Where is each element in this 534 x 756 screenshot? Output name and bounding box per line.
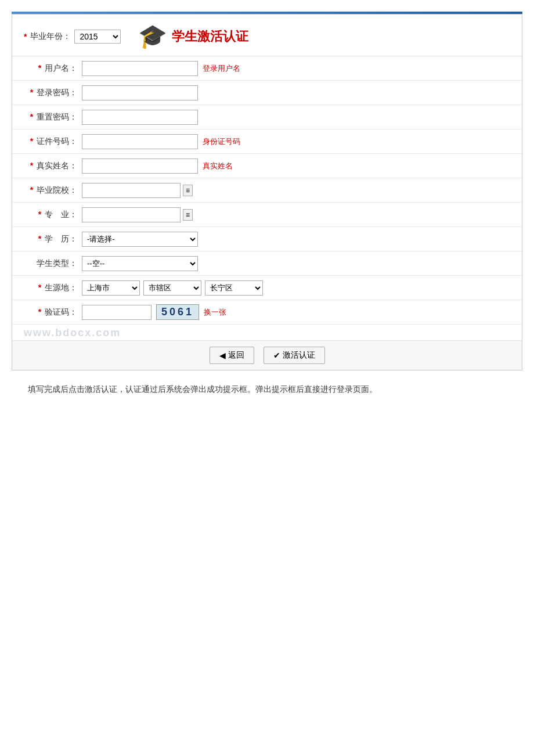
major-label: * 专 业： xyxy=(24,210,82,220)
form-footer: ◀ 返回 ✔ 激活认证 xyxy=(12,340,522,370)
id-number-input[interactable] xyxy=(82,134,198,149)
origin-row: * 生源地： 上海市 北京市 广东省 江西省 市辖区 长宁区 黄浦区 xyxy=(12,276,522,300)
form-header: * 毕业年份： 2013 2014 2015 2016 2017 🎓 学生激活认… xyxy=(12,15,522,56)
city-select[interactable]: 市辖区 xyxy=(143,280,201,296)
watermark-text: www.bdocx.com xyxy=(24,327,121,339)
form-body: * 用户名： 登录用户名 * 登录密码： * 重置密码： xyxy=(12,56,522,340)
activate-button[interactable]: ✔ 激活认证 xyxy=(264,347,325,364)
captcha-input[interactable] xyxy=(82,305,151,320)
back-button[interactable]: ◀ 返回 xyxy=(210,347,254,364)
username-label: * 用户名： xyxy=(24,63,82,74)
real-name-row: * 真实姓名： 真实姓名 xyxy=(12,154,522,178)
page-container: * 毕业年份： 2013 2014 2015 2016 2017 🎓 学生激活认… xyxy=(12,12,522,397)
school-row: * 毕业院校： ≡ xyxy=(12,178,522,203)
school-browse-button[interactable]: ≡ xyxy=(183,185,193,196)
activate-label: 激活认证 xyxy=(283,350,315,361)
real-name-hint: 真实姓名 xyxy=(203,161,233,171)
id-number-label: * 证件号码： xyxy=(24,136,82,147)
password-label: * 登录密码： xyxy=(24,88,82,98)
watermark-row: www.bdocx.com xyxy=(12,325,522,340)
username-row: * 用户名： 登录用户名 xyxy=(12,56,522,81)
grad-year-label: 毕业年份： xyxy=(30,31,71,42)
password-row: * 登录密码： xyxy=(12,81,522,105)
username-input[interactable] xyxy=(82,61,198,76)
school-label: * 毕业院校： xyxy=(24,185,82,196)
major-input[interactable] xyxy=(82,207,181,222)
captcha-image: 5061 xyxy=(156,304,199,320)
major-browse-button[interactable]: ≡ xyxy=(183,209,193,221)
id-number-hint: 身份证号码 xyxy=(203,136,240,147)
real-name-input[interactable] xyxy=(82,159,198,174)
captcha-refresh-link[interactable]: 换一张 xyxy=(204,307,226,318)
id-number-row: * 证件号码： 身份证号码 xyxy=(12,129,522,154)
grad-year-select[interactable]: 2013 2014 2015 2016 2017 xyxy=(74,30,121,44)
confirm-password-input[interactable] xyxy=(82,110,198,125)
captcha-row: * 验证码： 5061 换一张 xyxy=(12,300,522,325)
student-type-label: 学生类型： xyxy=(24,258,82,269)
username-hint: 登录用户名 xyxy=(203,63,240,74)
education-row: * 学 历： -请选择- 专科 本科 硕士 博士 xyxy=(12,227,522,251)
confirm-password-label: * 重置密码： xyxy=(24,112,82,123)
major-row: * 专 业： ≡ xyxy=(12,203,522,227)
form-title: 学生激活认证 xyxy=(172,28,248,45)
back-label: 返回 xyxy=(228,350,244,361)
description-text: 填写完成后点击激活认证，认证通过后系统会弹出成功提示框。弹出提示框后直接进行登录… xyxy=(12,382,522,397)
grad-year-section: * 毕业年份： 2013 2014 2015 2016 2017 xyxy=(24,30,121,44)
student-type-select[interactable]: --空-- 应届生 往届生 xyxy=(82,256,198,271)
education-label: * 学 历： xyxy=(24,234,82,244)
school-field-wrapper: ≡ xyxy=(82,183,198,198)
student-type-row: 学生类型： --空-- 应届生 往届生 xyxy=(12,251,522,276)
activate-icon: ✔ xyxy=(273,351,280,360)
school-input[interactable] xyxy=(82,183,181,198)
origin-selects: 上海市 北京市 广东省 江西省 市辖区 长宁区 黄浦区 徐汇区 xyxy=(82,280,263,296)
real-name-label: * 真实姓名： xyxy=(24,161,82,171)
back-icon: ◀ xyxy=(219,351,226,360)
province-select[interactable]: 上海市 北京市 广东省 江西省 xyxy=(82,280,140,296)
title-section: 🎓 学生激活认证 xyxy=(138,23,248,50)
captcha-label: * 验证码： xyxy=(24,307,82,318)
graduation-cap-icon: 🎓 xyxy=(138,23,167,50)
form-wrapper: * 毕业年份： 2013 2014 2015 2016 2017 🎓 学生激活认… xyxy=(12,14,522,370)
captcha-section: 5061 换一张 xyxy=(82,304,226,320)
origin-label: * 生源地： xyxy=(24,283,82,293)
password-input[interactable] xyxy=(82,85,198,100)
education-select[interactable]: -请选择- 专科 本科 硕士 博士 xyxy=(82,232,198,247)
district-select[interactable]: 长宁区 黄浦区 徐汇区 xyxy=(205,280,263,296)
grad-year-required-star: * xyxy=(24,32,27,41)
confirm-password-row: * 重置密码： xyxy=(12,105,522,129)
major-field-wrapper: ≡ xyxy=(82,207,198,222)
